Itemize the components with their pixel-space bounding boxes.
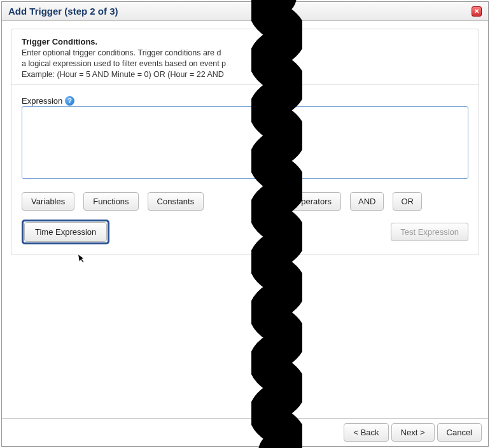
constants-button[interactable]: Constants <box>148 192 204 211</box>
divider <box>11 84 479 85</box>
desc-line-2: a logical expression used to filter even… <box>22 59 226 68</box>
footer-button-bar: < Back Next > Cancel <box>2 418 488 446</box>
back-button[interactable]: < Back <box>344 423 388 442</box>
content-area: Trigger Conditions. Enter optional trigg… <box>2 21 488 418</box>
desc-line-3: Example: (Hour = 5 AND Minute = 0) OR (H… <box>22 70 224 79</box>
expression-builder-buttons-row2: Time Expression Test Expression <box>22 220 468 244</box>
and-button[interactable]: AND <box>350 192 384 211</box>
panel-description: Enter optional trigger conditions. Trigg… <box>22 48 468 80</box>
expression-builder-buttons-row1: Variables Functions Constants Operators … <box>22 192 468 211</box>
cancel-button[interactable]: Cancel <box>437 423 482 442</box>
next-button[interactable]: Next > <box>391 423 435 442</box>
or-button[interactable]: OR <box>393 192 422 211</box>
test-expression-button[interactable]: Test Expression <box>391 223 468 241</box>
expression-label-row: Expression ? <box>22 96 468 106</box>
help-icon[interactable]: ? <box>65 96 74 106</box>
desc-line-1: Enter optional trigger conditions. Trigg… <box>22 48 221 57</box>
close-icon[interactable]: ✕ <box>472 6 482 17</box>
trigger-conditions-panel: Trigger Conditions. Enter optional trigg… <box>11 29 479 255</box>
titlebar: Add Trigger (step 2 of 3) ✕ <box>2 2 488 21</box>
panel-heading: Trigger Conditions. <box>22 37 468 46</box>
dialog-title: Add Trigger (step 2 of 3) <box>8 6 118 17</box>
time-expression-highlight: Time Expression <box>22 220 109 244</box>
variables-button[interactable]: Variables <box>22 192 74 211</box>
expression-input[interactable] <box>22 106 468 179</box>
expression-label: Expression <box>22 96 62 106</box>
time-expression-button[interactable]: Time Expression <box>24 222 107 242</box>
dialog-window: Add Trigger (step 2 of 3) ✕ Trigger Cond… <box>1 1 489 447</box>
functions-button[interactable]: Functions <box>83 192 138 211</box>
operators-button[interactable]: Operators <box>285 192 341 211</box>
